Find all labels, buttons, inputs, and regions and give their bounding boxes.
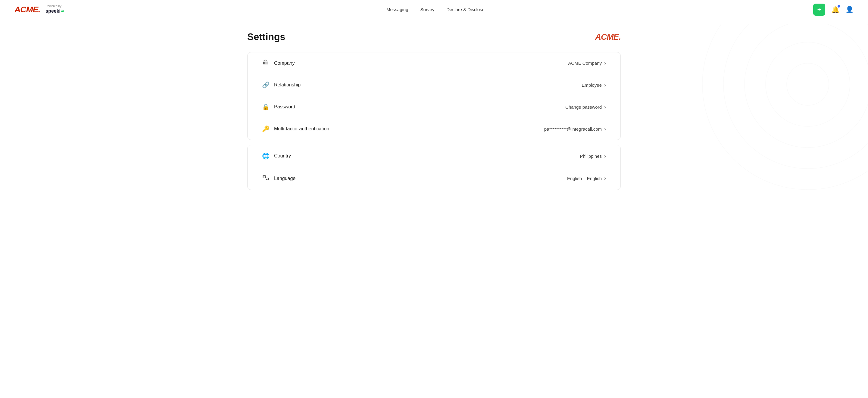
relationship-chevron-icon: › — [604, 82, 606, 88]
country-label: Country — [274, 153, 291, 159]
svg-point-1 — [723, 24, 868, 169]
relationship-value: Employee — [582, 82, 602, 88]
password-label: Password — [274, 104, 295, 109]
page-header: Settings ACME. — [247, 31, 621, 42]
settings-row-left-password: 🔒 Password — [262, 103, 295, 110]
acme-watermark: ACME. — [595, 32, 621, 42]
speeki-text: speeki — [45, 8, 61, 14]
settings-row-right-language: English – English › — [567, 175, 606, 181]
company-chevron-icon: › — [604, 60, 606, 66]
mfa-label: Multi-factor authentication — [274, 126, 329, 132]
settings-row-left-country: 🌐 Country — [262, 152, 291, 160]
powered-by-text: Powered by — [45, 5, 64, 8]
mfa-chevron-icon: › — [604, 126, 606, 132]
country-icon: 🌐 — [262, 152, 269, 160]
settings-row-right-company: ACME Company › — [568, 60, 606, 66]
settings-row-left-mfa: 🔑 Multi-factor authentication — [262, 125, 329, 132]
settings-row-country[interactable]: 🌐 Country Philippines › — [248, 145, 620, 167]
settings-row-left-relationship: 🔗 Relationship — [262, 81, 301, 89]
language-icon — [262, 174, 269, 183]
svg-point-4 — [787, 63, 829, 105]
powered-by-group: Powered by speeki ≈ — [45, 5, 64, 14]
country-value: Philippines — [580, 154, 602, 159]
language-value: English – English — [567, 176, 602, 181]
notification-dot — [838, 5, 840, 7]
settings-row-company[interactable]: 🏛 Company ACME Company › — [248, 53, 620, 74]
main-content: Settings ACME. 🏛 Company ACME Company › … — [223, 19, 645, 207]
settings-row-password[interactable]: 🔒 Password Change password › — [248, 96, 620, 118]
mfa-value: pa**********@integracall.com — [544, 127, 602, 132]
nav-survey[interactable]: Survey — [421, 7, 435, 12]
user-profile-button[interactable]: 👤 — [845, 6, 854, 13]
country-chevron-icon: › — [604, 153, 606, 159]
company-icon: 🏛 — [262, 60, 269, 67]
settings-row-right-relationship: Employee › — [582, 82, 606, 88]
page-title: Settings — [247, 31, 285, 42]
settings-row-left-company: 🏛 Company — [262, 60, 294, 67]
relationship-label: Relationship — [274, 82, 301, 88]
header-logo-group: ACME. Powered by speeki ≈ — [14, 5, 64, 14]
settings-card-2: 🌐 Country Philippines › — [247, 145, 621, 190]
language-label: Language — [274, 176, 296, 181]
settings-row-right-password: Change password › — [565, 104, 606, 110]
notification-button[interactable]: 🔔 — [831, 6, 839, 13]
password-value: Change password — [565, 104, 602, 109]
settings-row-language[interactable]: Language English – English › — [248, 167, 620, 190]
add-button[interactable]: + — [813, 4, 825, 15]
relationship-icon: 🔗 — [262, 81, 269, 89]
language-chevron-icon: › — [604, 175, 606, 181]
nav-declare-disclose[interactable]: Declare & Disclose — [446, 7, 485, 12]
user-icon: 👤 — [845, 6, 854, 13]
settings-row-relationship[interactable]: 🔗 Relationship Employee › — [248, 74, 620, 96]
settings-row-mfa[interactable]: 🔑 Multi-factor authentication pa********… — [248, 118, 620, 140]
nav-messaging[interactable]: Messaging — [386, 7, 408, 12]
settings-row-left-language: Language — [262, 174, 296, 183]
header-actions: + 🔔 👤 — [807, 4, 854, 15]
acme-logo: ACME. — [14, 5, 40, 14]
main-nav: Messaging Survey Declare & Disclose — [386, 7, 485, 12]
company-value: ACME Company — [568, 61, 602, 66]
password-chevron-icon: › — [604, 104, 606, 110]
mfa-icon: 🔑 — [262, 125, 269, 132]
settings-row-right-country: Philippines › — [580, 153, 606, 159]
settings-card-1: 🏛 Company ACME Company › 🔗 Relationship … — [247, 52, 621, 140]
svg-point-0 — [702, 24, 868, 190]
svg-point-3 — [766, 42, 850, 127]
speeki-logo: speeki ≈ — [45, 8, 64, 14]
company-label: Company — [274, 61, 294, 66]
svg-point-2 — [745, 24, 868, 147]
password-icon: 🔒 — [262, 103, 269, 110]
header: ACME. Powered by speeki ≈ Messaging Surv… — [0, 0, 868, 19]
settings-row-right-mfa: pa**********@integracall.com › — [544, 126, 606, 132]
speeki-leaf-icon: ≈ — [61, 8, 64, 14]
